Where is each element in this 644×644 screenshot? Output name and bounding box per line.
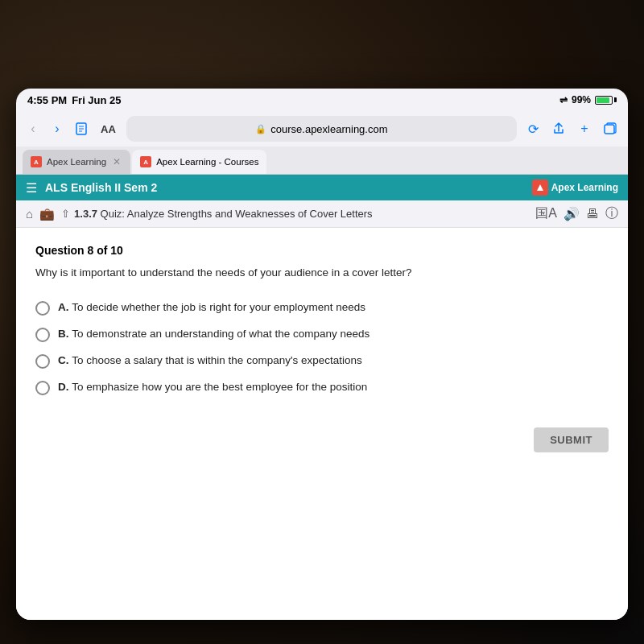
- battery-tip: [614, 97, 617, 102]
- apex-favicon-2: A: [140, 156, 151, 167]
- battery-percent: 99%: [572, 94, 591, 105]
- svg-rect-4: [605, 125, 614, 134]
- tab-label-1: Apex Learning: [47, 157, 106, 167]
- option-a-content: To decide whether the job is right for y…: [72, 301, 365, 313]
- submit-button[interactable]: SUBMIT: [534, 427, 609, 452]
- option-d[interactable]: D. To emphasize how you are the best emp…: [35, 380, 609, 395]
- submit-area: SUBMIT: [35, 419, 609, 460]
- forward-button[interactable]: ›: [48, 120, 66, 138]
- battery-body: [595, 96, 613, 105]
- radio-c[interactable]: [35, 354, 50, 369]
- quiz-tools: 国A 🔊 🖶 ⓘ: [535, 205, 618, 222]
- print-icon[interactable]: 🖶: [586, 207, 599, 221]
- briefcase-icon[interactable]: 💼: [39, 207, 55, 221]
- option-b-letter: B.: [58, 328, 72, 340]
- browser-content: ☰ ALS English II Sem 2 Apex Learning ⌂ 💼…: [16, 175, 628, 620]
- apex-logo-text: Apex Learning: [551, 182, 618, 193]
- option-a-text: A. To decide whether the job is right fo…: [58, 300, 365, 316]
- option-b-text: B. To demonstrate an understanding of wh…: [58, 327, 369, 342]
- browser-chrome: ‹ › AA 🔒 course.apexlearning.com ⟳: [16, 111, 628, 175]
- tab-apex-courses[interactable]: A Apex Learning - Courses: [132, 150, 266, 174]
- apex-favicon-1: A: [31, 156, 42, 167]
- audio-icon[interactable]: 🔊: [564, 206, 580, 221]
- option-c-text: C. To choose a salary that is within the…: [58, 353, 362, 369]
- tabs-bar: A Apex Learning ✕ A Apex Learning - Cour…: [16, 147, 628, 174]
- tab-close-1[interactable]: ✕: [111, 156, 122, 167]
- status-bar: 4:55 PM Fri Jun 25 ⇌ 99%: [16, 89, 628, 111]
- apex-logo-icon: [532, 180, 548, 196]
- translate-icon[interactable]: 国A: [535, 205, 557, 222]
- option-c[interactable]: C. To choose a salary that is within the…: [35, 353, 609, 369]
- hamburger-icon[interactable]: ☰: [26, 180, 37, 196]
- option-a[interactable]: A. To decide whether the job is right fo…: [35, 300, 609, 316]
- reload-button[interactable]: ⟳: [523, 119, 543, 138]
- quiz-content-area: Question 8 of 10 Why is it important to …: [16, 228, 628, 620]
- address-bar[interactable]: 🔒 course.apexlearning.com: [126, 116, 517, 142]
- tabs-overview-button[interactable]: [601, 119, 620, 138]
- battery-indicator: [595, 96, 617, 105]
- time-display: 4:55 PM: [27, 94, 67, 106]
- option-c-content: To choose a salary that is within the co…: [72, 354, 362, 366]
- share-button[interactable]: [549, 119, 568, 138]
- radio-d[interactable]: [35, 381, 50, 395]
- help-icon[interactable]: ⓘ: [605, 205, 618, 222]
- url-text: course.apexlearning.com: [270, 123, 387, 135]
- radio-a[interactable]: [35, 301, 50, 316]
- home-icon[interactable]: ⌂: [26, 207, 33, 221]
- option-b[interactable]: B. To demonstrate an understanding of wh…: [35, 327, 609, 342]
- radio-b[interactable]: [35, 328, 50, 342]
- option-b-content: To demonstrate an understanding of what …: [72, 328, 369, 340]
- option-d-text: D. To emphasize how you are the best emp…: [58, 380, 367, 395]
- quiz-subheader: ⌂ 💼 ⇧ 1.3.7 Quiz: Analyze Strengths and …: [16, 200, 628, 228]
- upload-icon: ⇧: [61, 208, 70, 220]
- browser-nav: ‹ › AA 🔒 course.apexlearning.com ⟳: [16, 111, 628, 147]
- option-c-letter: C.: [58, 354, 72, 366]
- option-d-letter: D.: [58, 381, 72, 393]
- quiz-title-area: ⇧ 1.3.7 Quiz: Analyze Strengths and Weak…: [61, 208, 529, 220]
- quiz-section-text: 1.3.7 Quiz: Analyze Strengths and Weakne…: [74, 208, 373, 220]
- tab-label-2: Apex Learning - Courses: [156, 157, 258, 167]
- option-d-content: To emphasize how you are the best employ…: [72, 381, 367, 393]
- status-right: ⇌ 99%: [559, 94, 617, 105]
- tab-apex-learning[interactable]: A Apex Learning ✕: [23, 150, 130, 174]
- answer-options: A. To decide whether the job is right fo…: [35, 300, 609, 395]
- question-label: Question 8 of 10: [35, 244, 609, 257]
- course-title: ALS English II Sem 2: [45, 181, 157, 194]
- quiz-section-number: 1.3.7: [74, 208, 97, 220]
- course-nav-bar: ☰ ALS English II Sem 2 Apex Learning: [16, 175, 628, 200]
- new-tab-button[interactable]: +: [575, 119, 594, 138]
- text-size-button[interactable]: AA: [97, 122, 120, 137]
- battery-fill: [597, 97, 609, 103]
- browser-actions: ⟳ +: [523, 119, 620, 138]
- wifi-icon: ⇌: [559, 94, 568, 105]
- date-display: Fri Jun 25: [72, 94, 121, 106]
- quiz-full-title: Analyze Strengths and Weaknesses of Cove…: [127, 208, 373, 220]
- apex-logo: Apex Learning: [532, 180, 618, 196]
- status-left: 4:55 PM Fri Jun 25: [27, 94, 122, 106]
- question-text: Why is it important to understand the ne…: [35, 265, 609, 281]
- quiz-keyword-label: Quiz:: [101, 208, 125, 220]
- bookmarks-icon[interactable]: [72, 120, 90, 138]
- tablet-frame: 4:55 PM Fri Jun 25 ⇌ 99% ‹ ›: [16, 89, 628, 620]
- back-button[interactable]: ‹: [24, 120, 42, 138]
- option-a-letter: A.: [58, 301, 72, 313]
- lock-icon: 🔒: [255, 124, 266, 134]
